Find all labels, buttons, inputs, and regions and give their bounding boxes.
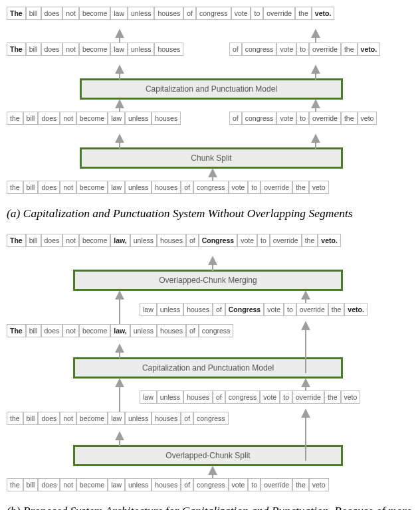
token: the — [341, 42, 358, 56]
token: the — [302, 234, 318, 247]
token: houses — [183, 303, 213, 316]
token: of — [181, 478, 193, 491]
token: does — [38, 412, 60, 425]
input-row: thebilldoesnotbecomelawunlesshousesofcon… — [7, 181, 413, 201]
token: law, — [110, 324, 130, 337]
token: not — [60, 412, 76, 425]
token: houses — [152, 112, 181, 125]
figure-b: Thebilldoesnotbecomelaw,unlesshousesofCo… — [7, 234, 413, 498]
token: Congress — [225, 303, 264, 316]
output-row: Thebilldoesnotbecomelaw,unlesshousesofCo… — [7, 234, 413, 254]
token: does — [41, 42, 63, 56]
token: of — [181, 412, 193, 425]
token: congress — [242, 112, 277, 125]
token: does — [38, 112, 60, 125]
segmented-input-row: thebilldoesnotbecomelawunlesshouses ofco… — [7, 112, 413, 131]
post-model-left-row: Thebilldoesnotbecomelaw,unlesshousesofco… — [7, 324, 413, 341]
token: not — [60, 478, 76, 491]
figure-a-caption: (a) Capitalization and Punctuation Syste… — [7, 206, 413, 222]
token: law — [140, 303, 157, 316]
token: bill — [23, 478, 39, 491]
token: bill — [26, 324, 41, 337]
token: of — [186, 234, 199, 247]
output-row: Thebilldoesnotbecomelawunlesshousesofcon… — [7, 7, 413, 27]
token: of — [213, 303, 225, 316]
token: vote — [264, 303, 284, 316]
token: houses — [152, 478, 181, 491]
token: the — [295, 7, 312, 20]
token: override — [296, 303, 328, 316]
pre-model-left-row: thebilldoesnotbecomelawunlesshousesofcon… — [7, 412, 413, 429]
token: veto. — [318, 234, 341, 247]
token: override — [292, 390, 324, 404]
token: law — [140, 390, 157, 404]
token: not — [62, 42, 79, 56]
token: vote — [229, 478, 249, 491]
token: The — [7, 234, 26, 247]
token: houses — [154, 42, 183, 56]
token: unless — [130, 234, 157, 247]
token: vote — [276, 42, 296, 56]
cap-punct-model-box: Capitalization and Punctuation Model — [80, 78, 343, 100]
token: veto — [309, 181, 329, 194]
pre-model-right-row: lawunlesshousesofcongressvotetooverridet… — [7, 390, 413, 408]
token: unless — [125, 478, 152, 491]
token: to — [284, 303, 296, 316]
token: bill — [23, 112, 39, 125]
token: veto — [358, 112, 377, 125]
figure-b-caption: (b) Proposed System Architecture for Cap… — [7, 503, 413, 510]
token: become — [79, 42, 110, 56]
token: of — [229, 42, 242, 56]
token: houses — [157, 234, 186, 247]
token: law — [110, 7, 128, 20]
token: override — [309, 42, 341, 56]
token: vote — [260, 390, 280, 404]
token: bill — [23, 181, 39, 194]
token: houses — [154, 7, 183, 20]
token: the — [7, 112, 23, 125]
token: to — [296, 42, 309, 56]
token: vote — [276, 112, 296, 125]
token: become — [76, 112, 108, 125]
token: not — [62, 324, 79, 337]
token: bill — [26, 234, 41, 247]
token: unless — [125, 112, 152, 125]
token: override — [261, 181, 292, 194]
token: veto — [309, 478, 329, 491]
token: congress — [225, 390, 261, 404]
token: veto. — [358, 42, 381, 56]
token: congress — [199, 324, 234, 337]
segmented-output-row: Thebilldoesnotbecomelawunlesshouses ofco… — [7, 42, 413, 62]
token: become — [79, 7, 110, 20]
token: The — [7, 42, 26, 56]
token: unless — [128, 7, 154, 20]
token: override — [270, 234, 302, 247]
token: congress — [193, 181, 229, 194]
token: vote — [229, 181, 249, 194]
token: unless — [125, 412, 152, 425]
token: Congress — [199, 234, 237, 247]
input-row: thebilldoesnotbecomelawunlesshousesofcon… — [7, 478, 413, 498]
token: override — [309, 112, 341, 125]
token: unless — [157, 303, 183, 316]
token: the — [324, 390, 341, 404]
token: does — [41, 324, 63, 337]
token: bill — [23, 412, 39, 425]
token: unless — [128, 42, 154, 56]
token: become — [76, 181, 108, 194]
token: not — [60, 112, 76, 125]
token: of — [183, 7, 196, 20]
token: law — [108, 412, 125, 425]
token: veto. — [312, 7, 335, 20]
token: of — [229, 112, 242, 125]
token: the — [328, 303, 345, 316]
token: of — [186, 324, 199, 337]
chunk-split-box: Chunk Split — [80, 147, 343, 169]
token: does — [38, 478, 60, 491]
token: congress — [196, 7, 231, 20]
token: does — [41, 7, 63, 20]
token: veto — [341, 390, 361, 404]
token: The — [7, 324, 26, 337]
token: The — [7, 7, 26, 20]
token: unless — [125, 181, 152, 194]
